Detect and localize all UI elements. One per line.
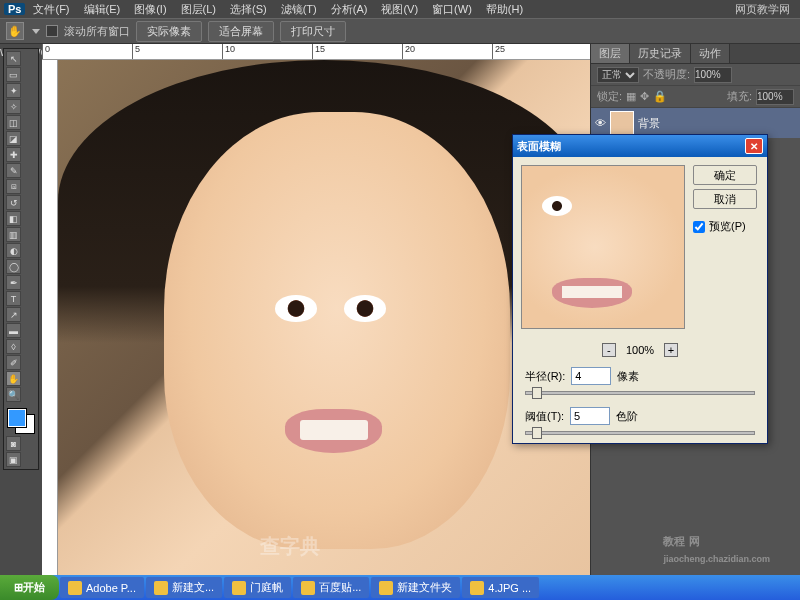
folder-icon	[232, 581, 246, 595]
image-icon	[470, 581, 484, 595]
quickmask-tool[interactable]: ◙	[6, 436, 21, 451]
eraser-tool[interactable]: ◧	[6, 211, 21, 226]
print-size-button[interactable]: 打印尺寸	[280, 21, 346, 42]
type-tool[interactable]: T	[6, 291, 21, 306]
move-tool[interactable]: ↖	[6, 51, 21, 66]
zoom-row: - 100% +	[513, 337, 767, 363]
slider-thumb[interactable]	[532, 427, 542, 439]
menu-image[interactable]: 图像(I)	[128, 1, 172, 18]
start-label: 开始	[23, 580, 45, 595]
slider-thumb[interactable]	[532, 387, 542, 399]
menu-layer[interactable]: 图层(L)	[175, 1, 222, 18]
taskbar-item[interactable]: 新建文...	[146, 577, 222, 598]
threshold-slider[interactable]	[525, 431, 755, 435]
threshold-row: 阈值(T): 色阶	[513, 403, 767, 429]
hand-tool[interactable]: ✋	[6, 371, 21, 386]
wand-tool[interactable]: ✧	[6, 99, 21, 114]
options-bar: ✋ 滚动所有窗口 实际像素 适合屏幕 打印尺寸	[0, 18, 800, 44]
tab-history[interactable]: 历史记录	[630, 44, 691, 63]
app-icon	[68, 581, 82, 595]
lock-row: 锁定: ▦ ✥ 🔒 填充:	[591, 86, 800, 108]
preview-checkbox-row[interactable]: 预览(P)	[693, 219, 757, 234]
layer-name: 背景	[638, 116, 660, 131]
taskbar-item[interactable]: 新建文件夹	[371, 577, 460, 598]
dialog-titlebar[interactable]: 表面模糊 ✕	[513, 135, 767, 157]
tab-actions[interactable]: 动作	[691, 44, 730, 63]
surface-blur-dialog: 表面模糊 ✕ 确定 取消 预览(P) - 100% + 半径(R): 像素 阈值…	[512, 134, 768, 444]
cancel-button[interactable]: 取消	[693, 189, 757, 209]
menu-window[interactable]: 窗口(W)	[426, 1, 478, 18]
ruler-horizontal: 0 5 10 15 20 25	[42, 44, 590, 60]
blur-tool[interactable]: ◐	[6, 243, 21, 258]
gradient-tool[interactable]: ▥	[6, 227, 21, 242]
lasso-tool[interactable]: ✦	[6, 83, 21, 98]
shape-tool[interactable]: ▬	[6, 323, 21, 338]
taskbar-item[interactable]: 4.JPG ...	[462, 577, 539, 598]
pen-tool[interactable]: ✒	[6, 275, 21, 290]
start-button[interactable]: ⊞ 开始	[0, 575, 59, 600]
zoom-in-button[interactable]: +	[664, 343, 678, 357]
radius-row: 半径(R): 像素	[513, 363, 767, 389]
windows-icon: ⊞	[14, 581, 23, 594]
eyedropper-tool[interactable]: ✐	[6, 355, 21, 370]
threshold-input[interactable]	[570, 407, 610, 425]
history-brush-tool[interactable]: ↺	[6, 195, 21, 210]
tool-preset-dropdown-icon[interactable]	[32, 29, 40, 34]
menu-file[interactable]: 文件(F)	[27, 1, 75, 18]
preview-thumbnail[interactable]	[521, 165, 685, 329]
app-icon	[301, 581, 315, 595]
fit-screen-button[interactable]: 适合屏幕	[208, 21, 274, 42]
lock-pixels-icon[interactable]: ▦	[626, 90, 636, 103]
crop-tool[interactable]: ◫	[6, 115, 21, 130]
lock-all-icon[interactable]: 🔒	[653, 90, 667, 103]
taskbar-item[interactable]: 门庭帆	[224, 577, 291, 598]
document-image	[58, 60, 590, 575]
ruler-vertical	[42, 60, 58, 575]
layer-thumbnail[interactable]	[610, 111, 634, 135]
zoom-tool[interactable]: 🔍	[6, 387, 21, 402]
tab-layers[interactable]: 图层	[591, 44, 630, 63]
menu-help[interactable]: 帮助(H)	[480, 1, 529, 18]
threshold-unit: 色阶	[616, 409, 638, 424]
visibility-eye-icon[interactable]: 👁	[595, 117, 606, 129]
menu-view[interactable]: 视图(V)	[375, 1, 424, 18]
path-tool[interactable]: ↗	[6, 307, 21, 322]
marquee-tool[interactable]: ▭	[6, 67, 21, 82]
fill-input[interactable]	[756, 89, 794, 105]
close-icon[interactable]: ✕	[745, 138, 763, 154]
canvas[interactable]	[58, 60, 590, 575]
preview-checkbox[interactable]	[693, 221, 705, 233]
blend-mode-select[interactable]: 正常	[597, 67, 639, 83]
hand-tool-icon[interactable]: ✋	[6, 22, 24, 40]
toolbox: ↖ ▭ ✦ ✧ ◫ ◪ ✚ ✎ ⧇ ↺ ◧ ▥ ◐ ◯ ✒ T ↗ ▬ ◊ ✐ …	[3, 48, 39, 470]
menu-select[interactable]: 选择(S)	[224, 1, 273, 18]
dodge-tool[interactable]: ◯	[6, 259, 21, 274]
screenmode-tool[interactable]: ▣	[6, 452, 21, 467]
radius-slider[interactable]	[525, 391, 755, 395]
radius-input[interactable]	[571, 367, 611, 385]
notes-tool[interactable]: ◊	[6, 339, 21, 354]
brush-tool[interactable]: ✎	[6, 163, 21, 178]
scroll-all-checkbox[interactable]	[46, 25, 58, 37]
menu-filter[interactable]: 滤镜(T)	[275, 1, 323, 18]
ps-logo: Ps	[4, 3, 25, 15]
menu-edit[interactable]: 编辑(E)	[78, 1, 127, 18]
taskbar-item[interactable]: Adobe P...	[60, 577, 144, 598]
menu-analysis[interactable]: 分析(A)	[325, 1, 374, 18]
radius-label: 半径(R):	[525, 369, 565, 384]
heal-tool[interactable]: ✚	[6, 147, 21, 162]
scroll-all-label: 滚动所有窗口	[64, 24, 130, 39]
zoom-out-button[interactable]: -	[602, 343, 616, 357]
panel-tabs: 图层 历史记录 动作	[591, 44, 800, 64]
taskbar-item[interactable]: 百度贴...	[293, 577, 369, 598]
color-swatch[interactable]	[6, 407, 36, 435]
ok-button[interactable]: 确定	[693, 165, 757, 185]
ruler-tick: 15	[312, 44, 325, 60]
lock-position-icon[interactable]: ✥	[640, 90, 649, 103]
slice-tool[interactable]: ◪	[6, 131, 21, 146]
folder-icon	[379, 581, 393, 595]
opacity-input[interactable]	[694, 67, 732, 83]
foreground-color[interactable]	[8, 409, 26, 427]
actual-pixels-button[interactable]: 实际像素	[136, 21, 202, 42]
stamp-tool[interactable]: ⧇	[6, 179, 21, 194]
